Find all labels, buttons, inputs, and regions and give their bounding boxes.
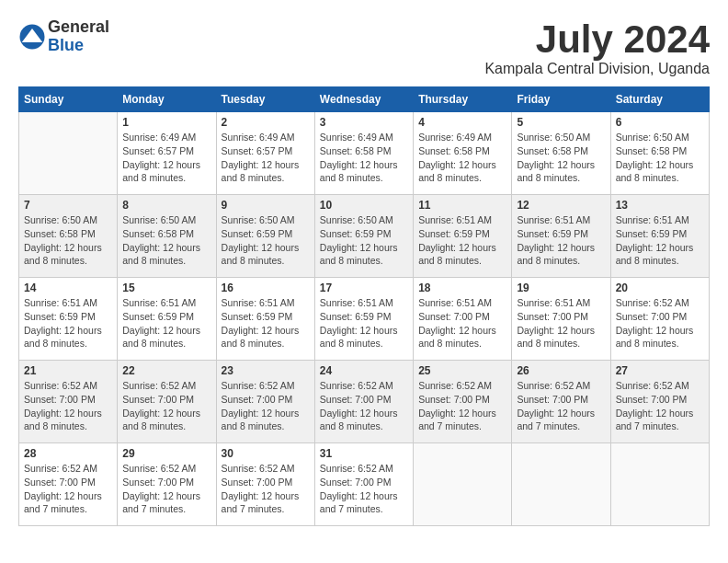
day-info: Sunrise: 6:50 AM Sunset: 6:58 PM Dayligh… (616, 131, 704, 185)
calendar-cell (610, 443, 709, 526)
calendar-cell (512, 443, 610, 526)
weekday-header-thursday: Thursday (414, 87, 512, 112)
calendar-cell: 19Sunrise: 6:51 AM Sunset: 7:00 PM Dayli… (512, 278, 610, 361)
day-number: 19 (517, 282, 605, 294)
calendar-cell: 28Sunrise: 6:52 AM Sunset: 7:00 PM Dayli… (19, 443, 118, 526)
calendar-week-row: 7Sunrise: 6:50 AM Sunset: 6:58 PM Daylig… (19, 195, 710, 278)
calendar-cell: 10Sunrise: 6:50 AM Sunset: 6:59 PM Dayli… (314, 195, 413, 278)
day-info: Sunrise: 6:52 AM Sunset: 7:00 PM Dayligh… (24, 379, 112, 433)
month-title: July 2024 (484, 18, 710, 61)
calendar-week-row: 28Sunrise: 6:52 AM Sunset: 7:00 PM Dayli… (19, 443, 710, 526)
day-info: Sunrise: 6:52 AM Sunset: 7:00 PM Dayligh… (616, 379, 704, 433)
day-info: Sunrise: 6:52 AM Sunset: 7:00 PM Dayligh… (222, 462, 310, 516)
calendar-cell: 14Sunrise: 6:51 AM Sunset: 6:59 PM Dayli… (19, 278, 118, 361)
day-number: 13 (616, 199, 704, 212)
day-number: 28 (24, 447, 112, 460)
calendar-cell: 15Sunrise: 6:51 AM Sunset: 6:59 PM Dayli… (118, 278, 216, 361)
calendar-cell: 18Sunrise: 6:51 AM Sunset: 7:00 PM Dayli… (414, 278, 512, 361)
day-info: Sunrise: 6:51 AM Sunset: 6:59 PM Dayligh… (122, 296, 210, 350)
day-info: Sunrise: 6:50 AM Sunset: 6:59 PM Dayligh… (222, 213, 310, 268)
day-info: Sunrise: 6:49 AM Sunset: 6:57 PM Dayligh… (122, 131, 210, 185)
day-number: 30 (222, 447, 310, 460)
day-info: Sunrise: 6:51 AM Sunset: 7:00 PM Dayligh… (418, 296, 506, 350)
weekday-header-monday: Monday (118, 87, 216, 112)
day-number: 17 (320, 282, 408, 294)
day-number: 26 (517, 364, 605, 377)
day-info: Sunrise: 6:52 AM Sunset: 7:00 PM Dayligh… (122, 379, 210, 433)
day-info: Sunrise: 6:52 AM Sunset: 7:00 PM Dayligh… (517, 379, 605, 433)
calendar-cell: 8Sunrise: 6:50 AM Sunset: 6:58 PM Daylig… (118, 195, 216, 278)
day-info: Sunrise: 6:50 AM Sunset: 6:58 PM Dayligh… (24, 213, 112, 268)
day-info: Sunrise: 6:52 AM Sunset: 7:00 PM Dayligh… (24, 462, 112, 516)
day-number: 1 (122, 116, 210, 129)
calendar-week-row: 14Sunrise: 6:51 AM Sunset: 6:59 PM Dayli… (19, 278, 710, 361)
day-number: 24 (320, 364, 408, 377)
location-title: Kampala Central Division, Uganda (484, 61, 710, 77)
calendar-cell: 13Sunrise: 6:51 AM Sunset: 6:59 PM Dayli… (610, 195, 709, 278)
calendar-cell: 30Sunrise: 6:52 AM Sunset: 7:00 PM Dayli… (216, 443, 314, 526)
calendar-cell: 20Sunrise: 6:52 AM Sunset: 7:00 PM Dayli… (610, 278, 709, 361)
day-info: Sunrise: 6:49 AM Sunset: 6:57 PM Dayligh… (222, 131, 310, 185)
day-number: 12 (517, 199, 605, 212)
day-info: Sunrise: 6:52 AM Sunset: 7:00 PM Dayligh… (222, 379, 310, 433)
day-number: 8 (122, 199, 210, 212)
calendar-cell: 7Sunrise: 6:50 AM Sunset: 6:58 PM Daylig… (19, 195, 118, 278)
calendar-cell: 21Sunrise: 6:52 AM Sunset: 7:00 PM Dayli… (19, 361, 118, 443)
calendar-cell: 3Sunrise: 6:49 AM Sunset: 6:58 PM Daylig… (314, 112, 413, 195)
calendar-cell: 25Sunrise: 6:52 AM Sunset: 7:00 PM Dayli… (414, 361, 512, 443)
day-info: Sunrise: 6:49 AM Sunset: 6:58 PM Dayligh… (320, 131, 408, 185)
calendar-cell: 31Sunrise: 6:52 AM Sunset: 7:00 PM Dayli… (314, 443, 413, 526)
logo-blue-text: Blue (48, 37, 109, 55)
calendar-cell: 6Sunrise: 6:50 AM Sunset: 6:58 PM Daylig… (610, 112, 709, 195)
calendar-cell: 22Sunrise: 6:52 AM Sunset: 7:00 PM Dayli… (118, 361, 216, 443)
day-number: 25 (418, 364, 506, 377)
calendar-cell: 26Sunrise: 6:52 AM Sunset: 7:00 PM Dayli… (512, 361, 610, 443)
day-number: 21 (24, 364, 112, 377)
day-info: Sunrise: 6:49 AM Sunset: 6:58 PM Dayligh… (418, 131, 506, 185)
day-number: 6 (616, 116, 704, 129)
day-info: Sunrise: 6:51 AM Sunset: 6:59 PM Dayligh… (320, 296, 408, 350)
calendar-cell: 16Sunrise: 6:51 AM Sunset: 6:59 PM Dayli… (216, 278, 314, 361)
weekday-header-sunday: Sunday (19, 87, 118, 112)
day-info: Sunrise: 6:50 AM Sunset: 6:58 PM Dayligh… (122, 213, 210, 268)
calendar-cell: 2Sunrise: 6:49 AM Sunset: 6:57 PM Daylig… (216, 112, 314, 195)
day-number: 3 (320, 116, 408, 129)
weekday-header-saturday: Saturday (610, 87, 709, 112)
calendar-cell (19, 112, 118, 195)
day-info: Sunrise: 6:51 AM Sunset: 6:59 PM Dayligh… (517, 213, 605, 268)
day-info: Sunrise: 6:51 AM Sunset: 6:59 PM Dayligh… (418, 213, 506, 268)
calendar-cell: 1Sunrise: 6:49 AM Sunset: 6:57 PM Daylig… (118, 112, 216, 195)
day-info: Sunrise: 6:50 AM Sunset: 6:59 PM Dayligh… (320, 213, 408, 268)
title-area: July 2024 Kampala Central Division, Ugan… (484, 18, 710, 77)
day-number: 2 (222, 116, 310, 129)
calendar-cell: 9Sunrise: 6:50 AM Sunset: 6:59 PM Daylig… (216, 195, 314, 278)
weekday-header-row: SundayMondayTuesdayWednesdayThursdayFrid… (19, 87, 710, 112)
weekday-header-friday: Friday (512, 87, 610, 112)
calendar-cell: 11Sunrise: 6:51 AM Sunset: 6:59 PM Dayli… (414, 195, 512, 278)
day-number: 4 (418, 116, 506, 129)
day-info: Sunrise: 6:51 AM Sunset: 6:59 PM Dayligh… (222, 296, 310, 350)
day-number: 10 (320, 199, 408, 212)
day-info: Sunrise: 6:50 AM Sunset: 6:58 PM Dayligh… (517, 131, 605, 185)
day-info: Sunrise: 6:51 AM Sunset: 7:00 PM Dayligh… (517, 296, 605, 350)
day-number: 9 (222, 199, 310, 212)
calendar-cell: 4Sunrise: 6:49 AM Sunset: 6:58 PM Daylig… (414, 112, 512, 195)
weekday-header-wednesday: Wednesday (314, 87, 413, 112)
day-info: Sunrise: 6:51 AM Sunset: 6:59 PM Dayligh… (616, 213, 704, 268)
day-number: 20 (616, 282, 704, 294)
day-info: Sunrise: 6:52 AM Sunset: 7:00 PM Dayligh… (320, 379, 408, 433)
calendar-cell: 5Sunrise: 6:50 AM Sunset: 6:58 PM Daylig… (512, 112, 610, 195)
header: General Blue July 2024 Kampala Central D… (18, 18, 710, 77)
day-number: 22 (122, 364, 210, 377)
day-number: 23 (222, 364, 310, 377)
day-number: 16 (222, 282, 310, 294)
calendar-cell (414, 443, 512, 526)
calendar-cell: 27Sunrise: 6:52 AM Sunset: 7:00 PM Dayli… (610, 361, 709, 443)
calendar-week-row: 21Sunrise: 6:52 AM Sunset: 7:00 PM Dayli… (19, 361, 710, 443)
day-info: Sunrise: 6:52 AM Sunset: 7:00 PM Dayligh… (320, 462, 408, 516)
weekday-header-tuesday: Tuesday (216, 87, 314, 112)
day-number: 7 (24, 199, 112, 212)
calendar-cell: 23Sunrise: 6:52 AM Sunset: 7:00 PM Dayli… (216, 361, 314, 443)
calendar-cell: 12Sunrise: 6:51 AM Sunset: 6:59 PM Dayli… (512, 195, 610, 278)
day-info: Sunrise: 6:52 AM Sunset: 7:00 PM Dayligh… (616, 296, 704, 350)
